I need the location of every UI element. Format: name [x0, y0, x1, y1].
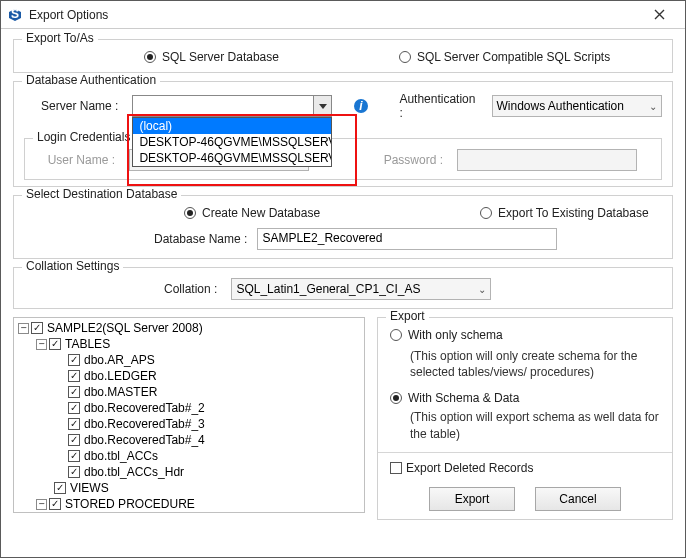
- server-name-combobox[interactable]: [132, 95, 332, 117]
- app-icon: S: [7, 7, 23, 23]
- radio-dot-icon: [144, 51, 156, 63]
- tree-checkbox[interactable]: [68, 450, 80, 462]
- db-name-label: Database Name :: [154, 232, 247, 246]
- username-label: User Name :: [35, 153, 115, 167]
- radio-dot-icon: [480, 207, 492, 219]
- tree-item-label: dbo.MASTER: [84, 385, 157, 399]
- radio-dot-icon: [399, 51, 411, 63]
- tree-item-label: dbo.AR_APS: [84, 353, 155, 367]
- checkbox-label: Export Deleted Records: [406, 461, 533, 475]
- export-legend: Export: [386, 309, 429, 323]
- tree-checkbox[interactable]: [68, 386, 80, 398]
- titlebar: S Export Options: [1, 1, 685, 29]
- radio-schema-and-data[interactable]: With Schema & Data: [390, 391, 519, 405]
- radio-label: With only schema: [408, 328, 503, 342]
- db-name-input[interactable]: SAMPLE2_Recovered: [257, 228, 557, 250]
- tree-checkbox[interactable]: [68, 418, 80, 430]
- tree-checkbox[interactable]: [31, 322, 43, 334]
- close-button[interactable]: [639, 3, 679, 27]
- tree-expand-toggle[interactable]: −: [36, 339, 47, 350]
- collation-label: Collation :: [164, 282, 217, 296]
- export-options-dialog: S Export Options Export To/As SQL Server…: [0, 0, 686, 558]
- tree-checkbox[interactable]: [68, 434, 80, 446]
- login-credentials-legend: Login Credentials fo: [33, 130, 148, 144]
- destination-db-legend: Select Destination Database: [22, 187, 181, 201]
- chevron-down-icon: ⌄: [478, 284, 486, 295]
- radio-export-existing-db[interactable]: Export To Existing Database: [480, 206, 649, 220]
- server-name-label: Server Name :: [24, 99, 118, 113]
- tree-item-label: dbo.tbl_ACCs: [84, 449, 158, 463]
- tree-checkbox[interactable]: [49, 498, 61, 510]
- dropdown-item-desktop1[interactable]: DESKTOP-46QGVME\MSSQLSERVER: [133, 134, 331, 150]
- password-label: Password :: [353, 153, 443, 167]
- export-deleted-checkbox[interactable]: Export Deleted Records: [390, 461, 533, 475]
- radio-create-new-db[interactable]: Create New Database: [184, 206, 320, 220]
- radio-dot-icon: [184, 207, 196, 219]
- export-to-legend: Export To/As: [22, 31, 98, 45]
- radio-label: SQL Server Compatible SQL Scripts: [417, 50, 610, 64]
- chevron-down-icon: [319, 104, 327, 109]
- window-title: Export Options: [29, 8, 639, 22]
- tree-item-label: dbo.tbl_ACCs_Hdr: [84, 465, 184, 479]
- dropdown-item-desktop2[interactable]: DESKTOP-46QGVME\MSSQLSERVER: [133, 150, 331, 166]
- tree-tables-label: TABLES: [65, 337, 110, 351]
- combobox-dropdown-button[interactable]: [313, 96, 331, 116]
- chevron-down-icon: ⌄: [649, 101, 657, 112]
- tree-checkbox[interactable]: [68, 354, 80, 366]
- tree-checkbox[interactable]: [49, 338, 61, 350]
- info-icon[interactable]: i: [352, 97, 369, 115]
- tree-expand-toggle[interactable]: −: [18, 323, 29, 334]
- tree-item-label: dbo.LEDGER: [84, 369, 157, 383]
- server-name-dropdown-list: (local) DESKTOP-46QGVME\MSSQLSERVER DESK…: [132, 117, 332, 167]
- server-name-input[interactable]: [133, 96, 313, 116]
- svg-text:S: S: [11, 8, 19, 21]
- select-value: Windows Authentication: [497, 99, 624, 113]
- schema-data-help: (This option will export schema as well …: [410, 409, 660, 441]
- tree-expand-toggle[interactable]: −: [36, 499, 47, 510]
- tree-checkbox[interactable]: [68, 466, 80, 478]
- schema-only-help: (This option will only create schema for…: [410, 348, 660, 380]
- authentication-mode-select[interactable]: Windows Authentication ⌄: [492, 95, 663, 117]
- radio-label: Export To Existing Database: [498, 206, 649, 220]
- objects-tree[interactable]: − SAMPLE2(SQL Server 2008) − TABLES dbo.…: [13, 317, 365, 513]
- collation-legend: Collation Settings: [22, 259, 123, 273]
- dropdown-item-local[interactable]: (local): [133, 118, 331, 134]
- select-value: SQL_Latin1_General_CP1_CI_AS: [236, 282, 420, 296]
- checkbox-box-icon: [390, 462, 402, 474]
- db-auth-legend: Database Authentication: [22, 73, 160, 87]
- password-input: [457, 149, 637, 171]
- tree-checkbox[interactable]: [68, 402, 80, 414]
- tree-root-label: SAMPLE2(SQL Server 2008): [47, 321, 203, 335]
- tree-checkbox[interactable]: [68, 370, 80, 382]
- radio-dot-icon: [390, 329, 402, 341]
- tree-item-label: dbo.RecoveredTab#_2: [84, 401, 205, 415]
- tree-views-label: VIEWS: [70, 481, 109, 495]
- tree-sproc-label: STORED PROCEDURE: [65, 497, 195, 511]
- radio-label: With Schema & Data: [408, 391, 519, 405]
- tree-item-label: dbo.RecoveredTab#_3: [84, 417, 205, 431]
- collation-select[interactable]: SQL_Latin1_General_CP1_CI_AS ⌄: [231, 278, 491, 300]
- radio-sql-scripts[interactable]: SQL Server Compatible SQL Scripts: [399, 50, 610, 64]
- export-button[interactable]: Export: [429, 487, 515, 511]
- radio-label: SQL Server Database: [162, 50, 279, 64]
- radio-sql-server-db[interactable]: SQL Server Database: [144, 50, 279, 64]
- tree-checkbox[interactable]: [54, 482, 66, 494]
- cancel-button[interactable]: Cancel: [535, 487, 621, 511]
- radio-schema-only[interactable]: With only schema: [390, 328, 503, 342]
- tree-item-label: dbo.RecoveredTab#_4: [84, 433, 205, 447]
- radio-label: Create New Database: [202, 206, 320, 220]
- authentication-label: Authentication :: [399, 92, 477, 120]
- radio-dot-icon: [390, 392, 402, 404]
